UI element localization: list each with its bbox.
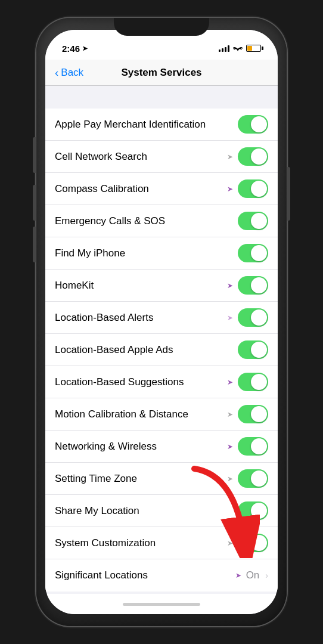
right-networking: ➤ (226, 437, 268, 456)
wifi-icon (233, 45, 243, 52)
right-loc-apple-ads (238, 340, 268, 359)
screen-content: 2:46 ➤ (45, 30, 278, 614)
row-loc-alerts: Location-Based Alerts ➤ (45, 302, 278, 334)
toggle-knob-system-custom (251, 535, 267, 551)
toggle-homekit[interactable] (238, 276, 268, 295)
chevron-significant: › (265, 571, 268, 580)
status-time: 2:46 ➤ (62, 44, 88, 54)
loc-arrow-loc-suggestions: ➤ (226, 378, 234, 386)
label-apple-pay: Apple Pay Merchant Identification (55, 119, 238, 131)
toggle-loc-apple-ads[interactable] (238, 340, 268, 359)
back-label[interactable]: Back (61, 67, 83, 79)
toggle-apple-pay[interactable] (238, 115, 268, 134)
right-time-zone: ➤ (226, 469, 268, 488)
battery-fill (247, 46, 252, 51)
status-icons (219, 45, 261, 52)
row-loc-apple-ads: Location-Based Apple Ads (45, 334, 278, 366)
right-cell-network: ➤ (226, 147, 268, 166)
row-loc-suggestions: Location-Based Suggestions ➤ (45, 366, 278, 398)
toggle-emergency[interactable] (238, 212, 268, 230)
time-display: 2:46 (62, 44, 80, 54)
toggle-knob-time-zone (251, 470, 267, 487)
label-compass: Compass Calibration (55, 183, 226, 195)
right-emergency (238, 212, 268, 230)
row-significant[interactable]: Significant Locations ➤ On › (45, 559, 278, 592)
right-homekit: ➤ (226, 276, 268, 295)
right-loc-alerts: ➤ (226, 308, 268, 327)
label-find-iphone: Find My iPhone (55, 247, 238, 259)
row-compass: Compass Calibration ➤ (45, 173, 278, 205)
home-indicator (45, 594, 278, 614)
back-chevron: ‹ (55, 66, 58, 79)
loc-arrow-system-custom: ➤ (226, 539, 234, 547)
toggle-find-iphone[interactable] (238, 244, 268, 262)
toggle-knob-loc-alerts (251, 309, 267, 326)
label-networking: Networking & Wireless (55, 441, 226, 453)
page-title: System Services (121, 67, 201, 79)
signal-icon (219, 45, 229, 52)
row-cell-network: Cell Network Search ➤ (45, 141, 278, 173)
value-significant: On (246, 569, 260, 581)
label-time-zone: Setting Time Zone (55, 473, 226, 485)
row-networking: Networking & Wireless ➤ (45, 431, 278, 463)
toggle-networking[interactable] (238, 437, 268, 456)
label-homekit: HomeKit (55, 280, 226, 292)
toggle-knob-networking (251, 438, 267, 454)
toggle-loc-suggestions[interactable] (238, 373, 268, 391)
notch (114, 18, 209, 36)
toggle-knob-emergency (251, 213, 267, 229)
row-find-iphone: Find My iPhone (45, 237, 278, 270)
label-emergency: Emergency Calls & SOS (55, 215, 238, 227)
toggle-knob-cell-network (251, 148, 267, 165)
back-button[interactable]: ‹ Back (55, 66, 83, 79)
row-share-location: Share My Location (45, 495, 278, 527)
label-significant: Significant Locations (55, 569, 234, 581)
loc-arrow-motion: ➤ (226, 410, 234, 419)
toggle-knob-share-location (251, 503, 267, 519)
label-cell-network: Cell Network Search (55, 151, 226, 163)
right-compass: ➤ (226, 179, 268, 198)
settings-group: Apple Pay Merchant Identification Cell N… (45, 109, 278, 592)
label-system-custom: System Customization (55, 537, 226, 549)
label-loc-alerts: Location-Based Alerts (55, 312, 226, 324)
right-system-custom: ➤ (226, 534, 268, 552)
row-system-custom: System Customization ➤ (45, 527, 278, 559)
row-time-zone: Setting Time Zone ➤ (45, 463, 278, 495)
toggle-knob-apple-pay (251, 116, 267, 132)
loc-arrow-loc-alerts: ➤ (226, 314, 234, 322)
label-loc-suggestions: Location-Based Suggestions (55, 376, 226, 388)
nav-bar: ‹ Back System Services (45, 60, 278, 86)
loc-arrow-significant: ➤ (234, 571, 243, 580)
label-loc-apple-ads: Location-Based Apple Ads (55, 344, 238, 356)
loc-arrow-homekit: ➤ (226, 281, 234, 290)
toggle-cell-network[interactable] (238, 147, 268, 166)
right-significant: ➤ On › (234, 569, 268, 581)
loc-arrow-cell-network: ➤ (226, 153, 234, 161)
label-share-location: Share My Location (55, 505, 238, 517)
row-motion: Motion Calibration & Distance ➤ (45, 398, 278, 431)
toggle-knob-loc-suggestions (251, 374, 267, 390)
label-motion: Motion Calibration & Distance (55, 408, 226, 420)
loc-arrow-networking: ➤ (226, 442, 234, 451)
toggle-compass[interactable] (238, 179, 268, 198)
right-motion: ➤ (226, 405, 268, 423)
toggle-system-custom[interactable] (238, 534, 268, 552)
row-homekit: HomeKit ➤ (45, 270, 278, 302)
toggle-motion[interactable] (238, 405, 268, 423)
loc-arrow-time-zone: ➤ (226, 475, 234, 483)
toggle-knob-loc-apple-ads (251, 342, 267, 358)
right-find-iphone (238, 244, 268, 262)
toggle-knob-compass (251, 181, 267, 197)
toggle-share-location[interactable] (238, 501, 268, 520)
loc-arrow-compass: ➤ (226, 185, 234, 193)
settings-list: Apple Pay Merchant Identification Cell N… (45, 86, 278, 594)
row-emergency: Emergency Calls & SOS (45, 205, 278, 237)
toggle-knob-find-iphone (251, 245, 267, 261)
right-share-location (238, 501, 268, 520)
toggle-time-zone[interactable] (238, 469, 268, 488)
right-loc-suggestions: ➤ (226, 373, 268, 391)
row-apple-pay: Apple Pay Merchant Identification (45, 109, 278, 141)
phone-screen: 2:46 ➤ (45, 30, 278, 614)
toggle-loc-alerts[interactable] (238, 308, 268, 327)
section-spacer (45, 86, 278, 109)
